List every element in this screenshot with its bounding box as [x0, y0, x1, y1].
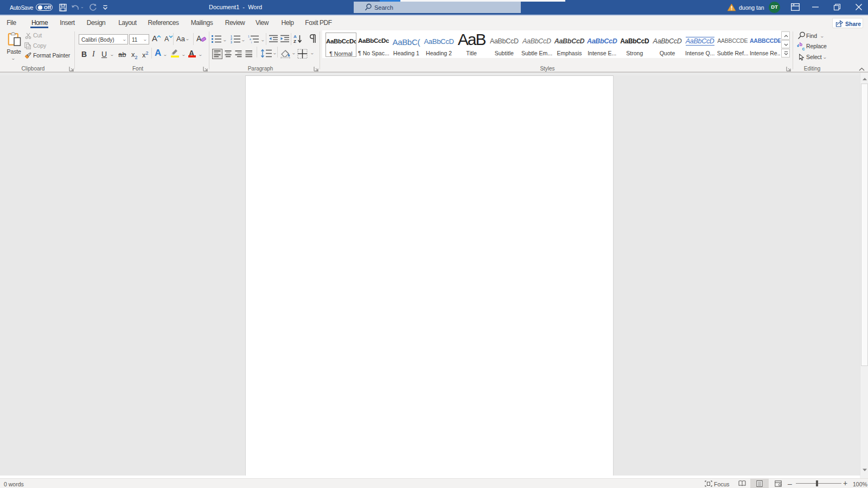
svg-text:3: 3	[231, 41, 232, 44]
svg-text:i: i	[251, 41, 252, 44]
svg-text:c: c	[802, 46, 805, 51]
svg-text:Z: Z	[293, 39, 296, 44]
svg-text:A: A	[293, 34, 297, 39]
